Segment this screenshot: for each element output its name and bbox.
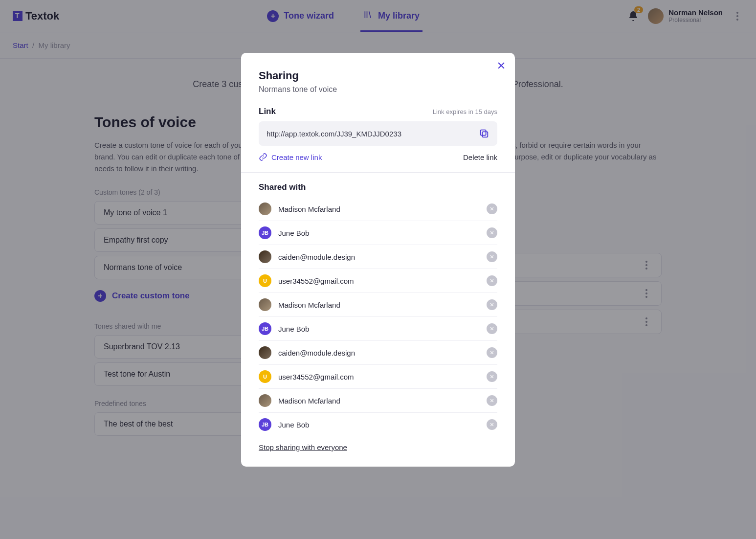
shared-person-row: JBJune Bob [259,221,497,245]
share-link-box: http://app.textok.com/JJ39_KMDJJD0233 [259,121,497,146]
sharing-modal: Sharing Normans tone of voice Link Link … [241,53,515,467]
remove-person-button[interactable] [487,227,497,238]
shared-person-row: Madison Mcfarland [259,197,497,221]
shared-person-row: JBJune Bob [259,317,497,341]
link-expire: Link expires in 15 days [433,108,497,115]
person-name: Madison Mcfarland [278,397,480,405]
modal-overlay[interactable]: Sharing Normans tone of voice Link Link … [0,0,756,539]
svg-rect-1 [481,130,486,135]
person-avatar: JB [259,322,271,335]
shared-with-label: Shared with [259,182,497,192]
person-name: caiden@module.design [278,253,480,261]
person-avatar [259,346,271,359]
person-name: user34552@gmail.com [278,373,480,381]
person-name: June Bob [278,229,480,237]
remove-person-button[interactable] [487,371,497,382]
remove-person-button[interactable] [487,275,497,286]
remove-person-button[interactable] [487,395,497,406]
person-name: Madison Mcfarland [278,205,480,213]
remove-person-button[interactable] [487,251,497,262]
shared-person-row: Uuser34552@gmail.com [259,365,497,389]
person-name: caiden@module.design [278,349,480,357]
shared-person-row: caiden@module.design [259,341,497,365]
svg-rect-0 [482,132,488,137]
modal-subtitle: Normans tone of voice [259,85,497,94]
shared-person-row: Madison Mcfarland [259,389,497,413]
shared-person-row: JBJune Bob [259,413,497,436]
person-name: Madison Mcfarland [278,301,480,309]
remove-person-button[interactable] [487,299,497,310]
person-avatar: U [259,370,271,383]
person-avatar: U [259,274,271,287]
person-name: June Bob [278,421,480,429]
shared-person-row: Uuser34552@gmail.com [259,269,497,293]
shared-person-row: caiden@module.design [259,245,497,269]
person-avatar [259,202,271,215]
create-new-link-button[interactable]: Create new link [259,153,322,161]
remove-person-button[interactable] [487,419,497,430]
stop-sharing-button[interactable]: Stop sharing with everyone [259,443,347,451]
person-name: June Bob [278,325,480,333]
shared-person-row: Madison Mcfarland [259,293,497,317]
person-avatar [259,250,271,263]
shared-people-list: Madison McfarlandJBJune Bobcaiden@module… [259,197,497,436]
modal-title: Sharing [259,69,497,82]
person-avatar [259,394,271,407]
divider [241,172,515,173]
person-name: user34552@gmail.com [278,277,480,285]
copy-link-button[interactable] [479,128,489,139]
delete-link-button[interactable]: Delete link [463,153,497,161]
close-button[interactable] [496,61,506,72]
share-link-url: http://app.textok.com/JJ39_KMDJJD0233 [267,130,479,138]
person-avatar [259,298,271,311]
link-label: Link [259,107,276,116]
remove-person-button[interactable] [487,347,497,358]
person-avatar: JB [259,226,271,239]
remove-person-button[interactable] [487,203,497,214]
remove-person-button[interactable] [487,323,497,334]
person-avatar: JB [259,418,271,431]
